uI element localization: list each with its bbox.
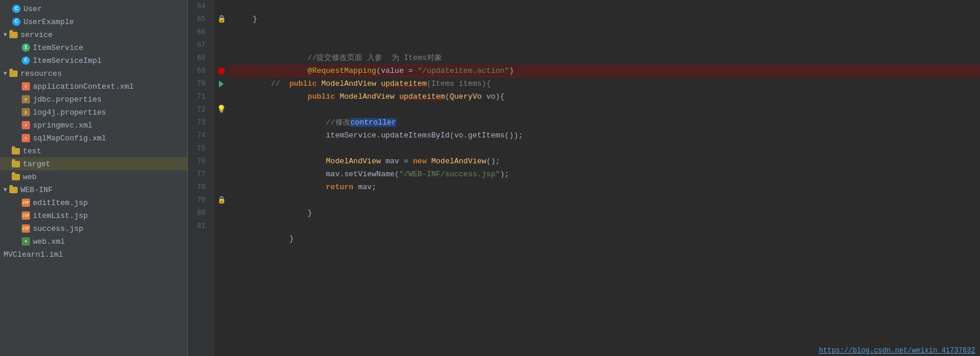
sidebar-item-edititem[interactable]: JSP editItem.jsp	[0, 196, 187, 209]
sidebar-item-label: applicationContext.xml	[33, 82, 134, 91]
code-line-72: //修改controller	[228, 103, 980, 116]
jsp-icon: JSP	[21, 211, 31, 220]
c-class-icon: C	[12, 17, 21, 26]
sidebar-item-service[interactable]: ▼ service	[0, 28, 187, 41]
xml-icon: x	[21, 133, 31, 143]
sidebar-item-label: MVClearn1.iml	[4, 250, 63, 259]
sidebar-item-springmvc[interactable]: x springmvc.xml	[0, 119, 187, 132]
sidebar-item-label: editItem.jsp	[33, 199, 88, 207]
sidebar-item-successjsp[interactable]: JSP success.jsp	[0, 222, 187, 235]
gutter-cell-64	[214, 0, 228, 13]
sidebar-item-label: sqlMapConfig.xml	[33, 134, 106, 143]
sidebar-item-label: UserExample	[23, 18, 74, 26]
sidebar-item-label: resources	[21, 69, 62, 78]
sidebar-item-label: target	[23, 160, 50, 169]
gutter-cell-79: 🔒	[214, 194, 228, 207]
sidebar-item-label: service	[21, 31, 53, 39]
code-line-80	[228, 207, 980, 220]
code-line-65: }	[228, 13, 980, 26]
sidebar-item-user[interactable]: C User	[0, 2, 187, 15]
code-line-79: }	[228, 194, 980, 207]
line-numbers: 64 65 66 67 68 69 70 71 72 73 74 75 76 7…	[188, 0, 214, 356]
sidebar-item-log4j[interactable]: p log4j.properties	[0, 106, 187, 119]
sidebar-item-label: itemList.jsp	[33, 211, 88, 220]
folder-icon	[11, 146, 21, 156]
gutter-cell-81	[214, 220, 228, 233]
sidebar-item-target[interactable]: target	[0, 157, 187, 170]
gutter-cell-71	[214, 90, 228, 103]
gutter-cell-70	[214, 78, 228, 90]
jsp-icon: JSP	[21, 198, 31, 207]
folder-icon	[9, 69, 18, 78]
folder-icon	[11, 159, 21, 169]
sidebar-item-label: ItemService	[33, 43, 83, 52]
sidebar-item-label: WEB-INF	[21, 186, 53, 194]
c-class-icon: C	[12, 4, 21, 14]
sidebar-item-label: jdbc.properties	[33, 95, 102, 104]
gutter-cell-66	[214, 26, 228, 39]
sidebar-item-label: test	[23, 147, 41, 156]
file-tree[interactable]: C User C UserExample ▼ service I ItemSer…	[0, 0, 188, 356]
props-icon: p	[21, 95, 31, 104]
folder-icon	[9, 185, 18, 194]
sidebar-item-webinf[interactable]: ▼ WEB-INF	[0, 183, 187, 196]
gutter-cell-76	[214, 155, 228, 168]
status-url[interactable]: https://blog.csdn.net/weixin_41737632	[814, 345, 980, 356]
folder-icon	[9, 30, 18, 39]
sidebar-item-mvclearn[interactable]: MVClearn1.iml	[0, 248, 187, 261]
c-class-icon: C	[21, 56, 31, 65]
sidebar-item-resources[interactable]: ▼ resources	[0, 67, 187, 80]
gutter-cell-67	[214, 39, 228, 52]
gutter-cell-65: 🔒	[214, 13, 228, 26]
arrow-icon: ▼	[4, 70, 7, 77]
sidebar-item-label: User	[23, 5, 42, 14]
props-icon: p	[21, 108, 31, 117]
code-line-67: //提交修改页面 入参 为 Items对象	[228, 39, 980, 52]
i-interface-icon: I	[21, 43, 31, 52]
gutter-cell-75	[214, 142, 228, 155]
code-line-64	[228, 0, 980, 13]
xml-icon: x	[21, 82, 31, 91]
sidebar-item-userexample[interactable]: C UserExample	[0, 15, 187, 28]
sidebar-item-label: springmvc.xml	[33, 121, 92, 130]
sidebar-item-webxml[interactable]: ⊕ web.xml	[0, 235, 187, 248]
arrow-icon: ▼	[4, 187, 7, 193]
gutter-cell-77	[214, 168, 228, 181]
sidebar-item-label: web.xml	[33, 237, 65, 246]
sidebar-item-label: success.jsp	[33, 224, 83, 233]
code-content[interactable]: } //提交修改页面 入参 为 Items对象 @RequestMapping(…	[228, 0, 980, 356]
code-editor[interactable]: 64 65 66 67 68 69 70 71 72 73 74 75 76 7…	[188, 0, 980, 356]
sidebar-item-jdbc[interactable]: p jdbc.properties	[0, 93, 187, 106]
sidebar-item-web[interactable]: web	[0, 170, 187, 183]
gutter-cell-72[interactable]: 💡	[214, 103, 228, 116]
gutter-cell-80	[214, 207, 228, 220]
web-icon: ⊕	[21, 237, 31, 246]
xml-icon: x	[21, 120, 31, 130]
gutter-cell-74	[214, 129, 228, 142]
sidebar-item-label: web	[23, 173, 36, 182]
folder-icon	[11, 172, 21, 182]
sidebar-item-sqlmapconfig[interactable]: x sqlMapConfig.xml	[0, 132, 187, 145]
sidebar-item-itemserviceimpl[interactable]: C ItemServiceImpl	[0, 54, 187, 67]
code-line-81: }	[228, 220, 980, 233]
sidebar-item-label: ItemServiceImpl	[33, 56, 102, 65]
sidebar-item-appcontext[interactable]: x applicationContext.xml	[0, 80, 187, 93]
jsp-icon: JSP	[21, 224, 31, 233]
code-line-66	[228, 26, 980, 39]
code-line-75: ModelAndView mav = new ModelAndView();	[228, 142, 980, 155]
arrow-icon: ▼	[4, 32, 7, 38]
sidebar-item-itemservice[interactable]: I ItemService	[0, 41, 187, 54]
gutter-cell-68	[214, 52, 228, 65]
gutter-cell-69[interactable]	[214, 65, 228, 78]
sidebar-item-itemlist[interactable]: JSP itemList.jsp	[0, 209, 187, 222]
gutter-cell-78	[214, 181, 228, 194]
sidebar-item-label: log4j.properties	[33, 108, 106, 117]
gutter-cell-73	[214, 116, 228, 129]
gutter: 🔒 💡 🔒	[214, 0, 228, 356]
sidebar-item-test[interactable]: test	[0, 145, 187, 157]
